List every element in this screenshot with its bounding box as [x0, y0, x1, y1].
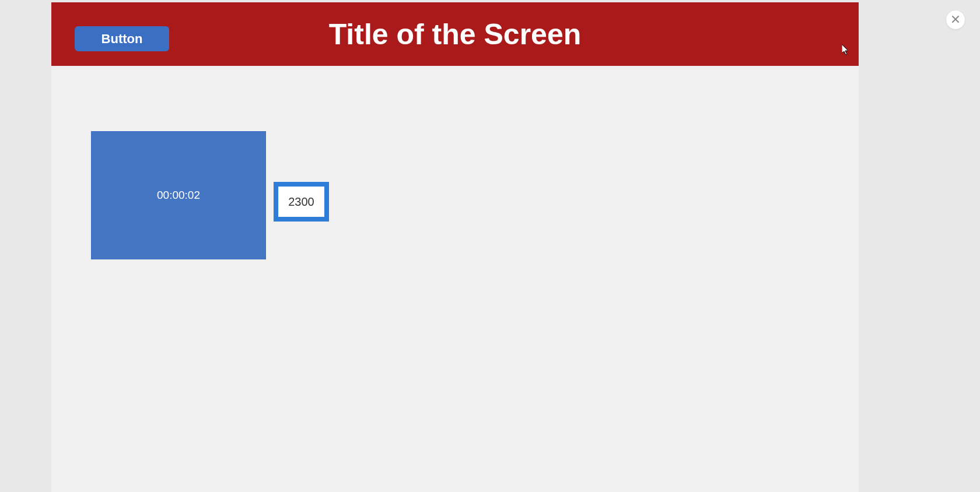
content-area: 00:00:02 2300 — [51, 66, 859, 492]
close-button[interactable] — [946, 10, 965, 29]
app-window: Button Title of the Screen 00:00:02 2300 — [51, 2, 859, 492]
timer-card[interactable]: 00:00:02 — [91, 131, 266, 259]
header-bar: Button Title of the Screen — [51, 2, 859, 66]
number-box[interactable]: 2300 — [274, 182, 329, 222]
close-icon — [951, 15, 960, 25]
header-button[interactable]: Button — [75, 26, 169, 51]
number-value: 2300 — [288, 195, 314, 209]
page-title: Title of the Screen — [329, 17, 582, 51]
timer-value: 00:00:02 — [157, 189, 200, 202]
